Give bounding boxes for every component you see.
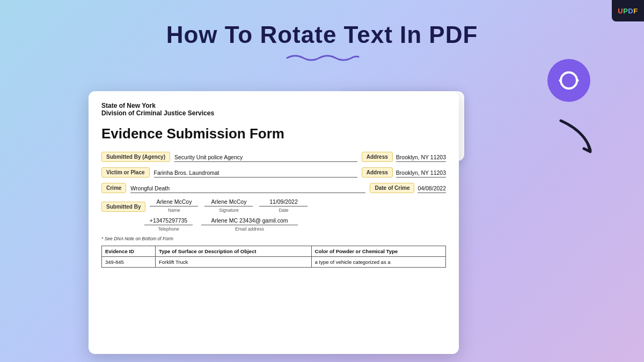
dna-note: * See DNA Note on Bottom of Form — [101, 236, 446, 241]
telephone-field: +13475297735 Telephone — [144, 217, 193, 232]
org-header: State of New York Division of Criminal J… — [101, 102, 446, 117]
submitted-by-fields: Arlene McCoy Name Arlene McCoy Signature… — [150, 198, 308, 213]
surface-type-cell: Forklift Truck — [155, 257, 311, 268]
logo-p: P — [623, 7, 628, 15]
agency-label: Submitted By (Agency) — [101, 152, 170, 162]
form-title: Evidence Submission Form — [101, 125, 446, 142]
evidence-table-body: 349-845 Forklift Truck a type of vehicle… — [102, 257, 446, 268]
crime-value: Wrongful Death — [130, 185, 365, 193]
logo-d: D — [628, 7, 633, 15]
evidence-table: Evidence ID Type of Surface or Descripti… — [101, 246, 446, 268]
org-division: Division of Criminal Justice Services — [101, 109, 446, 117]
rotate-icon-circle — [547, 59, 590, 102]
email-label: Email address — [235, 226, 264, 232]
col-evidence-id: Evidence ID — [102, 246, 156, 257]
agency-row: Submitted By (Agency) Security Unit poli… — [101, 152, 446, 162]
email-field: Arlene MC 23434@ gamil.com Email address — [201, 217, 298, 232]
address2-label: Address — [362, 167, 393, 178]
powder-type-cell: a type of vehicle categorized as a — [311, 257, 445, 268]
address2-value: Brooklyn, NY 11203 — [396, 169, 446, 178]
logo-u: U — [618, 7, 623, 15]
logo-f: F — [633, 7, 638, 15]
rotate-arrow — [553, 115, 601, 160]
submitted-by-section: Submitted By Arlene McCoy Name Arlene Mc… — [101, 198, 446, 213]
name-value: Arlene McCoy — [150, 198, 198, 206]
victim-value: Farinha Bros. Laundromat — [154, 169, 357, 178]
name-field: Arlene McCoy Name — [150, 198, 198, 213]
col-surface-type: Type of Surface or Description of Object — [155, 246, 311, 257]
signature-field: Arlene McCoy Signature — [204, 198, 253, 213]
signature-value: Arlene McCoy — [204, 198, 253, 206]
pdf-document-preview: State of New York Division of Criminal J… — [89, 91, 459, 354]
date-field: 11/09/2022 Date — [259, 198, 308, 213]
address2-section: Address Brooklyn, NY 11203 — [362, 167, 446, 178]
table-row: 349-845 Forklift Truck a type of vehicle… — [102, 257, 446, 268]
date-of-crime-value: 04/08/2022 — [418, 185, 446, 193]
email-value: Arlene MC 23434@ gamil.com — [201, 217, 298, 225]
rotate-svg-icon — [555, 67, 582, 94]
contact-row: +13475297735 Telephone Arlene MC 23434@ … — [144, 217, 446, 232]
victim-label: Victim or Place — [101, 167, 150, 178]
victim-row: Victim or Place Farinha Bros. Laundromat… — [101, 167, 446, 178]
date-of-crime-label: Date of Crime — [370, 183, 414, 193]
evidence-id-cell: 349-845 — [102, 257, 156, 268]
col-powder-type: Color of Powder or Chemical Type — [311, 246, 445, 257]
signature-label: Signature — [219, 208, 238, 213]
address1-value: Brooklyn, NY 11203 — [396, 154, 446, 162]
date-value: 11/09/2022 — [259, 198, 308, 206]
page-title: How To Rotate Text In PDF — [0, 0, 644, 48]
submitted-by-label: Submitted By — [101, 202, 145, 212]
date-of-crime-section: Date of Crime 04/08/2022 — [370, 183, 446, 193]
form-content: State of New York Division of Criminal J… — [89, 91, 459, 278]
telephone-label: Telephone — [158, 226, 179, 232]
title-underline — [0, 51, 644, 61]
address1-label: Address — [362, 152, 393, 162]
evidence-table-header: Evidence ID Type of Surface or Descripti… — [102, 246, 446, 257]
org-name: State of New York — [101, 102, 446, 109]
telephone-value: +13475297735 — [144, 217, 193, 225]
crime-label: Crime — [101, 183, 126, 193]
updf-logo: UPDF — [612, 0, 644, 21]
name-label: Name — [168, 208, 180, 213]
crime-row: Crime Wrongful Death Date of Crime 04/08… — [101, 183, 446, 193]
agency-value: Security Unit police Agency — [174, 154, 357, 162]
date-label: Date — [279, 208, 288, 213]
address1-section: Address Brooklyn, NY 11203 — [362, 152, 446, 162]
